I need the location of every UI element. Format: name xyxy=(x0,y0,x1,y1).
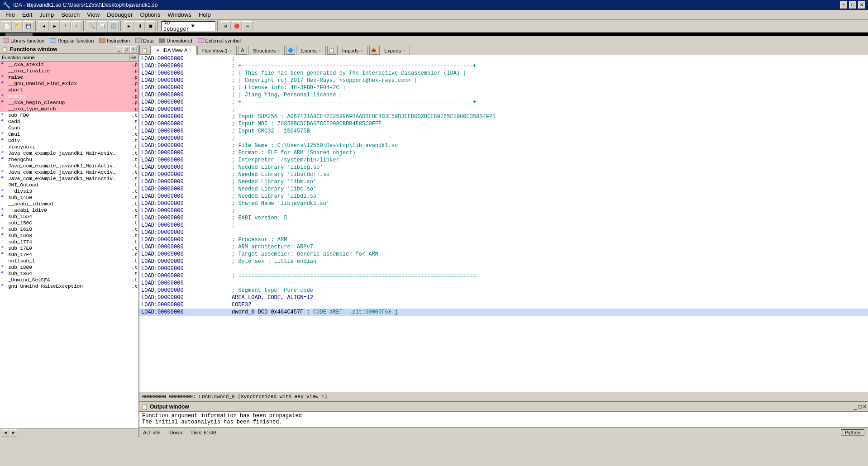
tab-exports[interactable]: Exports × xyxy=(379,46,410,55)
maximize-button[interactable]: □ xyxy=(849,1,856,9)
function-list-item[interactable]: fsub_17E0.t xyxy=(0,245,138,252)
toolbar-save[interactable]: 💾 xyxy=(24,21,33,31)
function-list-item[interactable]: f_Unwind_GetCFA.t xyxy=(0,277,138,283)
code-line[interactable]: LOAD:00000000 ; | This file has been gen… xyxy=(139,70,868,77)
toolbar-hex[interactable]: 🔢 xyxy=(109,21,119,31)
python-tab[interactable]: Python xyxy=(841,429,864,436)
toolbar-graph[interactable]: 📊 xyxy=(98,21,108,31)
tab-exports-close[interactable]: × xyxy=(403,48,405,53)
function-list-item[interactable]: fsub_1774.t xyxy=(0,239,138,245)
tab-structures[interactable]: Structures × xyxy=(248,46,285,55)
toolbar-pause[interactable]: ⏸ xyxy=(135,21,145,31)
toolbar-breakpoint[interactable]: 🔴 xyxy=(232,21,242,31)
toolbar-forward[interactable]: ▶ xyxy=(50,21,60,31)
function-list-item[interactable]: f__aeabi_ldiv0.t xyxy=(0,207,138,214)
menu-options[interactable]: Options xyxy=(136,10,164,19)
code-line[interactable]: LOAD:00000000 ; Needed Library 'libm.so' xyxy=(139,178,868,185)
nav-right[interactable]: ▶ xyxy=(10,429,17,437)
code-line[interactable]: LOAD:00000000 ; xyxy=(139,55,868,62)
tab-hex-view-1[interactable]: Hex View-1 × xyxy=(197,46,237,55)
tab-hex-close[interactable]: × xyxy=(229,48,232,53)
code-line[interactable]: LOAD:00000000 ; xyxy=(139,222,868,229)
function-list-item[interactable]: fraise.p xyxy=(0,74,138,81)
function-list-item[interactable]: fmemcpy.p xyxy=(0,93,138,100)
menu-view[interactable]: View xyxy=(83,10,103,19)
function-list-item[interactable]: fJNI_OnLoad.t xyxy=(0,182,138,188)
menu-debugger[interactable]: Debugger xyxy=(103,10,136,19)
function-list-item[interactable]: fzhengchu.t xyxy=(0,157,138,163)
menu-jump[interactable]: Jump xyxy=(36,10,57,19)
code-line[interactable]: LOAD:00000000 ; xyxy=(139,207,868,214)
code-line[interactable]: LOAD:00000000 ; Shared Name 'libjavandk1… xyxy=(139,200,868,207)
code-line[interactable]: LOAD:00000000 AREA LOAD, CODE, ALIGN=12 xyxy=(139,294,868,301)
code-line[interactable]: LOAD:00000000 ; Target assembler: Generi… xyxy=(139,251,868,258)
tab-nav-left[interactable]: 📋 xyxy=(139,46,150,55)
function-list-item[interactable]: f__cxa_finalize.p xyxy=(0,68,138,74)
code-line[interactable]: LOAD:00000000 ; File Name : C:\Users\125… xyxy=(139,142,868,149)
menu-search[interactable]: Search xyxy=(57,10,83,19)
menu-help[interactable]: Help xyxy=(195,10,215,19)
tab-structures-icon-btn[interactable]: 🔷 xyxy=(286,46,295,55)
toolbar-settings[interactable]: ⚙ xyxy=(221,21,231,31)
toolbar-step[interactable]: ↪ xyxy=(243,21,253,31)
code-line[interactable]: LOAD:00000000 ; Input CRC32 : 1004575B xyxy=(139,128,868,135)
tab-imports-icon-btn[interactable]: 📥 xyxy=(369,46,378,55)
function-list-item[interactable]: fCadd.t xyxy=(0,119,138,125)
function-list-item[interactable]: fCmul.t xyxy=(0,131,138,138)
tab-hex-icon-btn[interactable]: A xyxy=(238,46,247,55)
function-list-item[interactable]: fsub_1800.t xyxy=(0,264,138,271)
tab-enums-close[interactable]: × xyxy=(319,48,321,53)
code-line[interactable]: LOAD:00000000 ; Interpreter '/system/bin… xyxy=(139,157,868,164)
code-line[interactable]: LOAD:00000000 ; Input SHA256 : A067131A9… xyxy=(139,113,868,120)
debugger-dropdown[interactable]: No debugger ▼ xyxy=(161,21,215,31)
minimize-button[interactable]: ─ xyxy=(840,1,847,9)
tab-ida-close[interactable]: × xyxy=(189,48,191,52)
panel-close-btn[interactable]: × xyxy=(130,46,137,52)
tab-structures-close[interactable]: × xyxy=(277,48,280,53)
code-line[interactable]: LOAD:00000000 xyxy=(139,229,868,236)
col-segment[interactable]: Se xyxy=(129,54,138,61)
code-line[interactable]: LOAD:00000000 ; Needed Library 'libc.so' xyxy=(139,185,868,193)
tab-ida-view-a[interactable]: A IDA View-A × xyxy=(150,46,197,55)
tab-imports-close[interactable]: × xyxy=(361,48,363,53)
function-list-item[interactable]: fnullsub_1.t xyxy=(0,258,138,264)
menu-edit[interactable]: Edit xyxy=(19,10,36,19)
code-line[interactable]: LOAD:00000000 ; Processor : ARM xyxy=(139,236,868,243)
function-list-item[interactable]: fJava_com_example_javandk1_MainActiv….t xyxy=(0,150,138,157)
code-line[interactable]: LOAD:00000000 ; | Copyright (c) 2017 Hex… xyxy=(139,77,868,84)
function-list-item[interactable]: fsub_1668.t xyxy=(0,233,138,239)
function-list-item[interactable]: fsub_FD0.t xyxy=(0,112,138,119)
toolbar-run[interactable]: ▶ xyxy=(124,21,134,31)
function-list-item[interactable]: fsub_1450.t xyxy=(0,195,138,201)
code-line[interactable]: LOAD:00000000 ; xyxy=(139,135,868,142)
code-line[interactable]: LOAD:00000000 dword_0 DCD 0x464C457F ; C… xyxy=(139,309,868,316)
code-line[interactable]: LOAD:00000000 ; Byte sex : Little endian xyxy=(139,258,868,265)
function-list-item[interactable]: fCdiv.t xyxy=(0,138,138,144)
code-line[interactable]: LOAD:00000000 ; Input MD5 : 76858BCDCB66… xyxy=(139,120,868,128)
code-line[interactable]: LOAD:00000000 ; Needed Library 'liblog.s… xyxy=(139,164,868,171)
toolbar-up[interactable]: ↑ xyxy=(61,21,71,31)
code-line[interactable]: LOAD:00000000 ; Format : ELF for ARM (Sh… xyxy=(139,149,868,157)
output-minimize-btn[interactable]: _ xyxy=(854,404,857,410)
function-list-item[interactable]: fsub_1864.t xyxy=(0,271,138,277)
toolbar-open[interactable]: 📂 xyxy=(13,21,23,31)
code-line[interactable]: LOAD:00000000 ; +-----------------------… xyxy=(139,62,868,70)
function-list-item[interactable]: fgnu_Unwind_RaiseException.t xyxy=(0,283,138,290)
function-list-item[interactable]: fCsub.t xyxy=(0,125,138,131)
function-list-item[interactable]: fsub_1618.t xyxy=(0,226,138,233)
function-list-item[interactable]: fsub_1554.t xyxy=(0,214,138,220)
nav-left[interactable]: ◀ xyxy=(2,429,9,437)
tab-enums[interactable]: Enums × xyxy=(296,46,326,55)
toolbar-stop[interactable]: ⏹ xyxy=(146,21,156,31)
function-list-item[interactable]: fsub_17F4.t xyxy=(0,252,138,258)
functions-list[interactable]: f__cxa_atexit.pf__cxa_finalize.pfraise.p… xyxy=(0,62,138,428)
function-list-item[interactable]: fabort.p xyxy=(0,87,138,93)
code-line[interactable]: LOAD:00000000 ; Needed Library 'libdl.so… xyxy=(139,193,868,200)
toolbar-down-nav[interactable]: ↓ xyxy=(72,21,81,31)
output-float-btn[interactable]: □ xyxy=(858,404,861,410)
function-list-item[interactable]: fxiaoyouxi.t xyxy=(0,144,138,150)
toolbar-search[interactable]: 🔍 xyxy=(87,21,97,31)
code-line[interactable]: LOAD:00000000 xyxy=(139,280,868,287)
output-close-btn[interactable]: × xyxy=(863,404,866,410)
toolbar-new[interactable]: 📄 xyxy=(2,21,12,31)
